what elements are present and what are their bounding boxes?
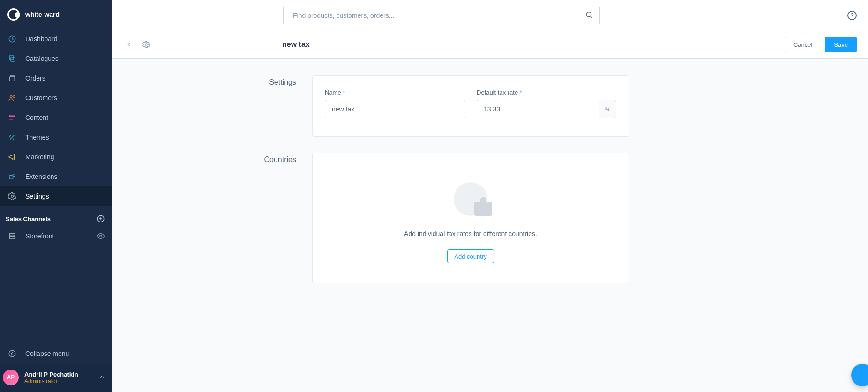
collapse-menu-button[interactable]: Collapse menu <box>0 343 112 364</box>
name-field: Name * <box>325 89 465 118</box>
svg-rect-15 <box>10 235 15 239</box>
catalog-icon <box>7 54 17 63</box>
search-button[interactable] <box>583 9 595 22</box>
required-marker: * <box>520 89 522 96</box>
visibility-icon[interactable] <box>97 232 105 240</box>
sales-channels-title: Sales Channels <box>6 215 51 222</box>
sales-channel-label: Storefront <box>25 232 54 240</box>
svg-point-17 <box>100 235 102 237</box>
main-nav: Dashboard Catalogues Orders Customers Co… <box>0 29 112 206</box>
countries-heading: Countries <box>190 153 312 283</box>
main: ? new tax Cancel Save Settings Name <box>112 0 868 392</box>
rate-input[interactable] <box>477 100 599 118</box>
name-label-text: Name <box>325 89 341 96</box>
settings-card: Name * Default tax rate * % <box>312 75 629 137</box>
sales-channel-storefront[interactable]: Storefront <box>0 227 112 245</box>
sidebar: white-ward Dashboard Catalogues Orders C… <box>0 0 112 392</box>
svg-rect-1 <box>9 56 14 60</box>
name-input[interactable] <box>325 100 465 118</box>
cancel-button[interactable]: Cancel <box>785 37 821 52</box>
required-marker: * <box>343 89 345 96</box>
search-icon <box>585 11 593 19</box>
nav-item-orders[interactable]: Orders <box>0 68 112 88</box>
nav-label: Customers <box>25 94 57 102</box>
settings-icon <box>7 192 17 201</box>
svg-rect-3 <box>10 77 15 81</box>
orders-icon <box>7 74 17 83</box>
page-settings-button[interactable] <box>141 39 152 50</box>
save-button[interactable]: Save <box>825 37 857 52</box>
name-label: Name * <box>325 89 465 96</box>
nav-label: Content <box>25 114 48 121</box>
svg-point-11 <box>11 195 14 198</box>
brand-name: white-ward <box>25 11 60 18</box>
user-menu[interactable]: AP Andrii P Pechatkin Administrator <box>0 364 112 392</box>
back-button[interactable] <box>124 39 134 50</box>
nav-item-settings[interactable]: Settings <box>0 186 112 206</box>
pagebar: new tax Cancel Save <box>112 31 868 59</box>
svg-rect-6 <box>9 115 15 117</box>
user-info: Andrii P Pechatkin Administrator <box>24 371 78 385</box>
rate-field: Default tax rate * % <box>477 89 616 118</box>
nav-item-themes[interactable]: Themes <box>0 127 112 147</box>
marketing-icon <box>7 152 17 162</box>
avatar: AP <box>3 370 19 385</box>
content: Settings Name * Default tax rate * <box>112 59 868 392</box>
content-icon <box>7 113 17 122</box>
svg-point-5 <box>13 96 15 98</box>
empty-state-icon <box>452 181 489 219</box>
svg-rect-10 <box>13 174 15 177</box>
themes-icon <box>7 133 17 142</box>
nav-label: Settings <box>25 192 49 200</box>
rate-label-text: Default tax rate <box>477 89 518 96</box>
svg-point-21 <box>145 44 147 45</box>
rate-label: Default tax rate * <box>477 89 616 96</box>
page-title: new tax <box>282 40 310 49</box>
rate-unit: % <box>599 100 616 118</box>
sidebar-header[interactable]: white-ward <box>0 0 112 29</box>
user-role: Administrator <box>24 378 78 385</box>
nav-item-content[interactable]: Content <box>0 108 112 127</box>
collapse-icon <box>7 349 17 358</box>
add-sales-channel-button[interactable] <box>97 214 105 223</box>
sales-channels-header: Sales Channels <box>0 206 112 227</box>
countries-card: Add individual tax rates for different c… <box>312 153 629 283</box>
nav-item-dashboard[interactable]: Dashboard <box>0 29 112 49</box>
help-button[interactable]: ? <box>847 11 857 20</box>
collapse-label: Collapse menu <box>25 350 69 357</box>
nav-label: Orders <box>25 74 45 82</box>
add-country-button[interactable]: Add country <box>447 249 494 263</box>
gear-icon <box>142 41 150 48</box>
nav-label: Catalogues <box>25 55 59 62</box>
svg-line-20 <box>591 16 592 18</box>
nav-label: Themes <box>25 133 49 141</box>
customers-icon <box>7 93 17 103</box>
nav-item-extensions[interactable]: Extensions <box>0 167 112 186</box>
nav-item-catalogues[interactable]: Catalogues <box>0 49 112 68</box>
empty-state-text: Add individual tax rates for different c… <box>404 229 537 239</box>
nav-label: Extensions <box>25 173 57 180</box>
search-input[interactable] <box>283 6 600 25</box>
svg-point-18 <box>9 350 15 357</box>
settings-heading: Settings <box>190 75 312 137</box>
brand-logo-icon <box>7 8 20 21</box>
search-wrap <box>283 6 600 25</box>
user-name: Andrii P Pechatkin <box>24 371 78 378</box>
svg-point-19 <box>586 12 591 17</box>
chevron-up-icon <box>98 374 105 382</box>
storefront-icon <box>7 231 17 241</box>
dashboard-icon <box>7 34 17 44</box>
nav-item-marketing[interactable]: Marketing <box>0 147 112 167</box>
topbar: ? <box>112 0 868 31</box>
nav-label: Marketing <box>25 153 54 161</box>
extensions-icon <box>7 172 17 181</box>
svg-point-4 <box>10 96 13 98</box>
nav-label: Dashboard <box>25 35 58 43</box>
nav-item-customers[interactable]: Customers <box>0 88 112 108</box>
chevron-left-icon <box>126 41 132 48</box>
svg-rect-2 <box>11 57 15 61</box>
svg-rect-9 <box>9 176 13 179</box>
